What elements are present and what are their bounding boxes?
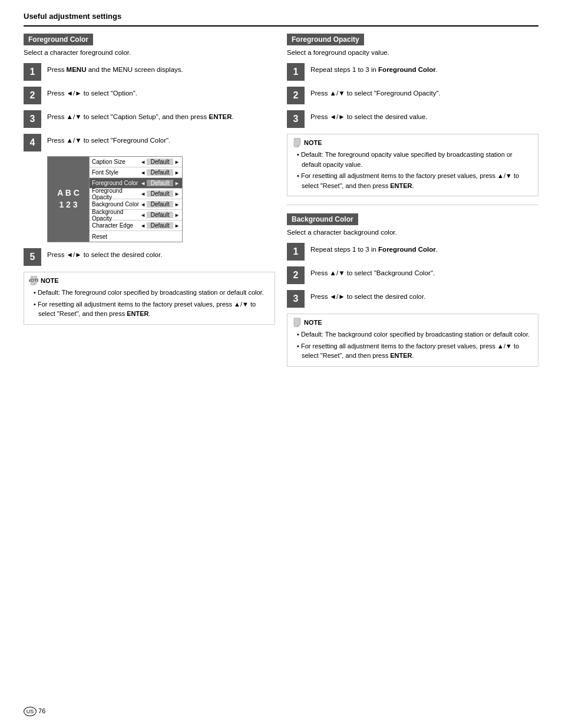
fop-step-3: 3 Press ◄/► to select the desired value. [287, 109, 538, 128]
menu-preview-text: A B C1 2 3 [57, 187, 80, 210]
foreground-color-section: Foreground Color Select a character fore… [24, 34, 275, 367]
bc-step-2-num: 2 [287, 266, 305, 284]
foreground-opacity-section: Foreground Opacity Select a foreground o… [287, 34, 538, 196]
menu-value-fg-opacity: Default [147, 190, 173, 197]
bc-note-title: NOTE [292, 318, 533, 327]
page-number: 76 [38, 707, 45, 714]
menu-label-fg-color: Foreground Color [92, 180, 140, 186]
menu-illustration: A B C1 2 3 Caption Size ◄ Default ► Font… [47, 156, 183, 242]
note-icon-fop [292, 138, 302, 147]
fop-step-3-text: Press ◄/► to select the desired value. [310, 109, 428, 122]
foreground-opacity-desc: Select a foreground opacity value. [287, 49, 538, 56]
menu-row-caption-size: Caption Size ◄ Default ► [90, 157, 182, 167]
page-title: Useful adjustment settings [24, 12, 538, 21]
note-icon-bc [292, 318, 302, 327]
menu-value-font-style: Default [147, 169, 173, 176]
foreground-opacity-header: Foreground Opacity [287, 34, 364, 45]
fg-step-3: 3 Press ▲/▼ to select "Caption Setup", a… [24, 109, 275, 128]
menu-arrow-right-3: ► [174, 180, 180, 186]
menu-preview: A B C1 2 3 [48, 157, 89, 242]
note-icon-fg: NOTE [29, 276, 38, 285]
menu-row-reset: Reset [90, 231, 182, 242]
fop-note-item-1: Default: The foreground opacity value sp… [297, 150, 533, 169]
right-column: Foreground Opacity Select a foreground o… [287, 34, 538, 367]
bc-step-2-text: Press ▲/▼ to select "Background Color". [310, 265, 435, 278]
fg-step-5-text: Press ◄/► to select the desired color. [47, 247, 162, 260]
menu-arrow-right-2: ► [174, 170, 180, 176]
menu-label-caption-size: Caption Size [92, 159, 140, 165]
fg-step-4-num: 4 [24, 134, 41, 151]
background-color-desc: Select a character background color. [287, 229, 538, 236]
menu-arrow-left-3: ◄ [140, 180, 146, 186]
menu-arrow-right-7: ► [174, 223, 180, 229]
foreground-color-header: Foreground Color [24, 34, 93, 45]
page-footer: US 76 [24, 707, 45, 716]
menu-label-font-style: Font Style [92, 169, 140, 176]
menu-value-bg-opacity: Default [147, 212, 173, 218]
menu-arrow-right-1: ► [174, 159, 180, 165]
fg-step-4-text: Press ▲/▼ to select "Foreground Color". [47, 133, 170, 146]
fg-step-1-num: 1 [24, 63, 41, 81]
fg-step-2: 2 Press ◄/► to select "Option". [24, 85, 275, 104]
fg-step-3-num: 3 [24, 110, 41, 128]
fop-step-3-num: 3 [287, 110, 305, 128]
background-color-header: Background Color [287, 213, 358, 225]
top-divider [24, 25, 538, 27]
menu-label-reset: Reset [92, 233, 180, 240]
background-color-section: Background Color Select a character back… [287, 213, 538, 367]
mid-divider [287, 205, 538, 205]
svg-text:NOTE: NOTE [29, 278, 38, 283]
bc-step-1-num: 1 [287, 243, 305, 261]
fop-step-2: 2 Press ▲/▼ to select "Foreground Opacit… [287, 85, 538, 104]
fg-step-5-num: 5 [24, 248, 41, 266]
fg-step-1-text: Press MENU and the MENU screen displays. [47, 62, 183, 75]
bc-step-3-text: Press ◄/► to select the desired color. [310, 289, 425, 302]
bc-step-3: 3 Press ◄/► to select the desired color. [287, 289, 538, 308]
fg-step-2-num: 2 [24, 87, 41, 104]
menu-arrow-left-2: ◄ [140, 170, 146, 176]
menu-label-fg-opacity: Foreground Opacity [92, 187, 140, 200]
menu-arrow-left-7: ◄ [140, 223, 146, 229]
menu-arrow-left-1: ◄ [140, 159, 146, 165]
fg-note-title: NOTE NOTE [29, 276, 270, 285]
menu-table: Caption Size ◄ Default ► Font Style ◄ De… [89, 157, 182, 242]
menu-row-font-style: Font Style ◄ Default ► [90, 167, 182, 178]
bc-note-section: NOTE Default: The background color speci… [287, 314, 538, 367]
fop-note-section: NOTE Default: The foreground opacity val… [287, 134, 538, 196]
menu-arrow-left-4: ◄ [140, 191, 146, 197]
menu-label-bg-color: Background Color [92, 201, 140, 207]
fop-step-2-text: Press ▲/▼ to select "Foreground Opacity"… [310, 85, 441, 98]
menu-arrow-right-5: ► [174, 202, 180, 207]
menu-row-fg-opacity: Foreground Opacity ◄ Default ► [90, 189, 182, 199]
fg-note-section: NOTE NOTE Default: The foreground color … [24, 272, 275, 325]
menu-arrow-right-6: ► [174, 212, 180, 218]
fg-step-2-text: Press ◄/► to select "Option". [47, 85, 137, 98]
menu-row-char-edge: Character Edge ◄ Default ► [90, 220, 182, 231]
menu-value-char-edge: Default [147, 222, 173, 229]
menu-arrow-left-5: ◄ [140, 202, 146, 207]
us-circle: US [24, 707, 37, 716]
bc-step-3-num: 3 [287, 290, 305, 308]
fop-step-1-num: 1 [287, 63, 305, 81]
fg-note-item-1: Default: The foreground color specified … [34, 288, 270, 298]
fg-step-3-text: Press ▲/▼ to select "Caption Setup", and… [47, 109, 234, 122]
bc-note-item-2: For resetting all adjustment items to th… [297, 341, 533, 361]
bc-note-item-1: Default: The background color specified … [297, 330, 533, 340]
bc-step-1: 1 Repeat steps 1 to 3 in Foreground Colo… [287, 242, 538, 261]
fg-step-1: 1 Press MENU and the MENU screen display… [24, 62, 275, 81]
bc-step-2: 2 Press ▲/▼ to select "Background Color"… [287, 265, 538, 284]
fop-step-1-text: Repeat steps 1 to 3 in Foreground Color. [310, 62, 438, 75]
menu-row-bg-opacity: Background Opacity ◄ Default ► [90, 210, 182, 220]
fop-note-title: NOTE [292, 138, 533, 147]
bc-step-1-text: Repeat steps 1 to 3 in Foreground Color. [310, 242, 438, 255]
fop-step-1: 1 Repeat steps 1 to 3 in Foreground Colo… [287, 62, 538, 81]
menu-arrow-right-4: ► [174, 191, 180, 197]
fg-step-4: 4 Press ▲/▼ to select "Foreground Color"… [24, 133, 275, 151]
menu-label-char-edge: Character Edge [92, 222, 140, 229]
fg-step-5: 5 Press ◄/► to select the desired color. [24, 247, 275, 266]
menu-label-bg-opacity: Background Opacity [92, 209, 140, 222]
menu-arrow-left-6: ◄ [140, 212, 146, 218]
menu-value-bg-color: Default [147, 201, 173, 207]
fop-note-item-2: For resetting all adjustment items to th… [297, 171, 533, 190]
fop-step-2-num: 2 [287, 87, 305, 104]
